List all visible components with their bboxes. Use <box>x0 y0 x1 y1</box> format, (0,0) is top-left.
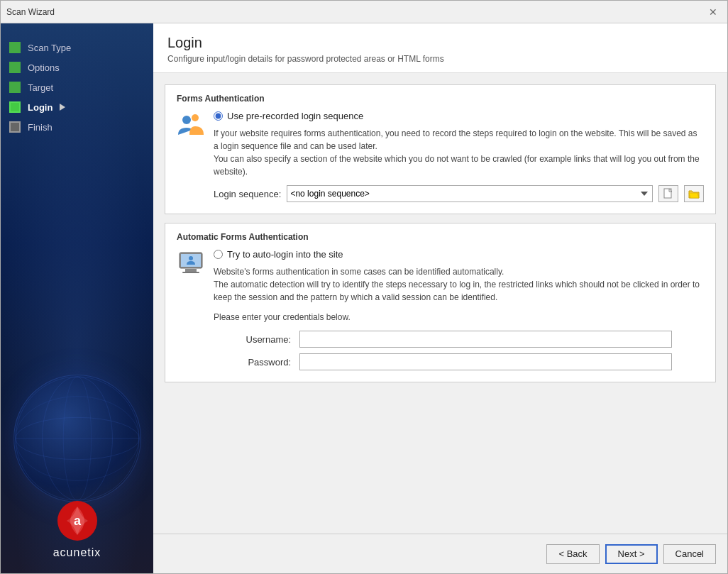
right-panel: Login Configure input/login details for … <box>153 23 727 573</box>
sidebar-label-finish: Finish <box>28 122 53 133</box>
auto-auth-content: Try to auto-login into the site Website'… <box>214 249 704 370</box>
login-sequence-select[interactable]: <no login sequence> <box>287 185 653 202</box>
forms-auth-description: If your website requires forms authentic… <box>214 127 704 178</box>
svg-rect-13 <box>185 269 197 272</box>
sidebar-item-finish[interactable]: Finish <box>1 117 153 137</box>
window-title: Scan Wizard <box>6 7 55 17</box>
sidebar: Scan Type Options Target Login Fi <box>1 23 153 573</box>
svg-point-8 <box>182 116 191 124</box>
auto-forms-auth-group: Automatic Forms Authentication <box>165 223 716 382</box>
auto-login-radio-row: Try to auto-login into the site <box>214 249 704 260</box>
nav-checkbox-login <box>9 101 21 113</box>
forms-auth-title: Forms Authentication <box>177 94 704 104</box>
new-sequence-button[interactable] <box>658 185 678 202</box>
sidebar-navigation: Scan Type Options Target Login Fi <box>1 23 153 137</box>
next-button[interactable]: Next > <box>605 544 658 564</box>
sidebar-label-scan-type: Scan Type <box>28 43 71 53</box>
forms-auth-section: Use pre-recorded login sequence If your … <box>177 111 704 202</box>
cancel-button[interactable]: Cancel <box>663 544 716 564</box>
pre-recorded-radio-row: Use pre-recorded login sequence <box>214 111 704 121</box>
acunetix-logo-text: acunetix <box>53 546 101 559</box>
sidebar-item-login[interactable]: Login <box>1 97 153 117</box>
forms-auth-content: Use pre-recorded login sequence If your … <box>214 111 704 202</box>
nav-checkbox-target <box>9 82 21 93</box>
back-button[interactable]: < Back <box>546 544 599 564</box>
nav-checkbox-scan-type <box>9 42 21 53</box>
page-body: Forms Authentication <box>153 73 727 534</box>
forms-auth-group: Forms Authentication <box>165 84 716 214</box>
pre-recorded-label[interactable]: Use pre-recorded login sequence <box>227 111 363 121</box>
credentials-grid: Username: Password: <box>246 331 672 370</box>
logo-area: a acunetix <box>1 500 153 559</box>
sidebar-label-target: Target <box>28 82 53 93</box>
username-input[interactable] <box>299 331 671 348</box>
open-folder-icon <box>688 188 700 199</box>
auto-auth-description: Website's forms authentication in some c… <box>214 265 704 304</box>
auto-login-label[interactable]: Try to auto-login into the site <box>227 249 343 260</box>
password-label: Password: <box>246 357 294 368</box>
main-content: Scan Type Options Target Login Fi <box>1 23 727 573</box>
nav-checkbox-finish <box>9 121 21 133</box>
bottom-bar: < Back Next > Cancel <box>153 534 727 573</box>
username-label: Username: <box>246 334 294 345</box>
sidebar-item-target[interactable]: Target <box>1 77 153 97</box>
svg-rect-14 <box>182 272 199 273</box>
svg-text:a: a <box>73 514 81 528</box>
login-sequence-row: Login sequence: <no login sequence> <box>214 185 704 202</box>
nav-active-arrow <box>60 104 65 111</box>
titlebar: Scan Wizard ✕ <box>1 1 727 23</box>
globe-decoration <box>13 375 141 502</box>
sidebar-item-scan-type[interactable]: Scan Type <box>1 38 153 57</box>
auto-forms-auth-title: Automatic Forms Authentication <box>177 232 704 242</box>
login-sequence-label: Login sequence: <box>214 189 281 199</box>
auto-login-radio[interactable] <box>214 250 223 259</box>
sidebar-label-login: Login <box>28 102 53 113</box>
auto-auth-section: Try to auto-login into the site Website'… <box>177 249 704 370</box>
page-title: Login <box>167 35 713 51</box>
acunetix-logo-icon: a <box>56 500 99 542</box>
credentials-prompt: Please enter your credentials below. <box>214 311 704 324</box>
users-icon <box>177 111 205 139</box>
svg-point-9 <box>192 114 199 121</box>
close-button[interactable]: ✕ <box>705 5 722 19</box>
svg-point-15 <box>189 256 193 260</box>
page-subtitle: Configure input/login details for passwo… <box>167 54 713 64</box>
open-sequence-button[interactable] <box>684 185 704 202</box>
pre-recorded-radio[interactable] <box>214 111 223 121</box>
nav-checkbox-options <box>9 62 21 73</box>
page-header: Login Configure input/login details for … <box>153 23 727 73</box>
password-input[interactable] <box>299 353 671 370</box>
new-file-icon <box>663 188 674 199</box>
computer-icon <box>177 249 205 277</box>
scan-wizard-window: Scan Wizard ✕ Sca <box>0 0 728 574</box>
sidebar-item-options[interactable]: Options <box>1 57 153 77</box>
sidebar-label-options: Options <box>28 62 60 73</box>
